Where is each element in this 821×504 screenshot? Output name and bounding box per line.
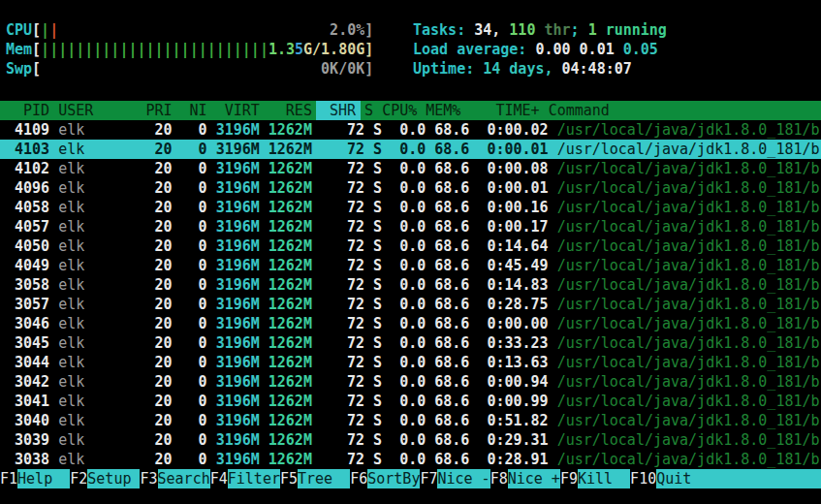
process-command: /usr/local/java/jdk1.8.0_181/b xyxy=(557,353,821,372)
fkey-number: F9 xyxy=(560,469,578,488)
fkey-item[interactable]: F10 Quit xyxy=(630,469,821,488)
swap-meter-bar-area: 0K/0K xyxy=(41,59,364,79)
running-count: 1 xyxy=(588,21,597,39)
cpu-meter-close-bracket: ] xyxy=(364,20,373,40)
process-nice: 0 xyxy=(181,275,207,295)
process-time: 0:00.00 xyxy=(478,314,548,333)
process-mem-percent: 68.6 xyxy=(434,120,469,140)
process-row[interactable]: 3041 elk 20 0 3196M 1262M 72 S 0.0 68.6 … xyxy=(0,392,821,411)
process-command: /usr/local/java/jdk1.8.0_181/b xyxy=(557,256,821,275)
process-nice: 0 xyxy=(181,236,207,256)
swap-meter-value: 0K/0K xyxy=(321,59,364,79)
process-user: elk xyxy=(58,256,137,275)
process-shr: 72 xyxy=(321,314,364,333)
column-header-user[interactable]: USER xyxy=(58,101,137,120)
column-header-pid[interactable]: PID xyxy=(6,101,49,120)
process-row[interactable]: 3039 elk 20 0 3196M 1262M 72 S 0.0 68.6 … xyxy=(0,430,821,450)
process-row[interactable]: 4050 elk 20 0 3196M 1262M 72 S 0.0 68.6 … xyxy=(0,236,821,256)
process-res: 1262M xyxy=(268,256,312,275)
process-user: elk xyxy=(58,411,137,430)
process-shr: 72 xyxy=(321,372,364,392)
process-row[interactable]: 3057 elk 20 0 3196M 1262M 72 S 0.0 68.6 … xyxy=(0,295,821,314)
process-row[interactable]: 4057 elk 20 0 3196M 1262M 72 S 0.0 68.6 … xyxy=(0,217,821,236)
column-header-pri[interactable]: PRI xyxy=(145,101,172,120)
fkey-item[interactable]: F9 Kill xyxy=(560,469,630,488)
process-command: /usr/local/java/jdk1.8.0_181/b xyxy=(557,236,821,256)
fkey-item[interactable]: F3 Search xyxy=(140,469,209,488)
process-user: elk xyxy=(58,236,137,256)
process-virt: 3196M xyxy=(216,178,260,198)
process-virt: 3196M xyxy=(216,353,260,372)
column-header-ni[interactable]: NI xyxy=(181,101,207,120)
process-command: /usr/local/java/jdk1.8.0_181/b xyxy=(557,314,821,333)
process-priority: 20 xyxy=(145,430,172,450)
process-virt: 3196M xyxy=(216,256,260,275)
process-priority: 20 xyxy=(145,372,172,392)
process-mem-percent: 68.6 xyxy=(434,236,469,256)
cpu-meter-open-bracket: [ xyxy=(32,20,41,40)
process-cpu-percent: 0.0 xyxy=(391,372,426,392)
process-row[interactable]: 3044 elk 20 0 3196M 1262M 72 S 0.0 68.6 … xyxy=(0,353,821,372)
column-header-res[interactable]: RES xyxy=(268,101,312,120)
process-row[interactable]: 3058 elk 20 0 3196M 1262M 72 S 0.0 68.6 … xyxy=(0,275,821,295)
load-one: 0.00 xyxy=(535,41,579,58)
threads-count: 110 xyxy=(509,21,535,39)
process-shr: 72 xyxy=(321,120,364,140)
process-row[interactable]: 3040 elk 20 0 3196M 1262M 72 S 0.0 68.6 … xyxy=(0,411,821,430)
column-header-shr-sort[interactable]: SHR xyxy=(316,101,360,120)
fkey-item[interactable]: F4 Filter xyxy=(210,469,280,488)
process-state: S xyxy=(373,275,382,295)
process-virt: 3196M xyxy=(216,159,260,178)
mem-meter-label: Mem xyxy=(6,40,32,59)
process-command: /usr/local/java/jdk1.8.0_181/b xyxy=(557,120,821,140)
process-nice: 0 xyxy=(181,295,207,314)
process-row[interactable]: 4096 elk 20 0 3196M 1262M 72 S 0.0 68.6 … xyxy=(0,178,821,198)
fkey-item[interactable]: F5 Tree xyxy=(280,469,350,488)
process-row[interactable]: 4049 elk 20 0 3196M 1262M 72 S 0.0 68.6 … xyxy=(0,256,821,275)
htop-terminal-screen: CPU[||2.0%] Mem[||||||||||||||||||||||||… xyxy=(0,0,821,504)
process-priority: 20 xyxy=(145,275,172,295)
process-time: 0:28.75 xyxy=(478,295,548,314)
fkey-number: F5 xyxy=(280,469,298,488)
fkey-item[interactable]: F6 SortBy xyxy=(350,469,420,488)
process-priority: 20 xyxy=(145,314,172,333)
process-cpu-percent: 0.0 xyxy=(391,353,426,372)
process-pid: 3046 xyxy=(6,314,49,333)
column-header-state[interactable]: S xyxy=(364,101,373,120)
process-time: 0:45.49 xyxy=(478,256,548,275)
process-row[interactable]: 4109 elk 20 0 3196M 1262M 72 S 0.0 68.6 … xyxy=(0,120,821,140)
process-row[interactable]: 4058 elk 20 0 3196M 1262M 72 S 0.0 68.6 … xyxy=(0,198,821,217)
running-label: running xyxy=(597,21,667,39)
column-header-command[interactable]: Command xyxy=(549,101,821,120)
fkey-label: Setup xyxy=(87,469,140,488)
column-header-virt[interactable]: VIRT xyxy=(216,101,260,120)
column-header-cpu[interactable]: CPU% xyxy=(382,101,417,120)
fkey-item[interactable]: F7 Nice - xyxy=(420,469,489,488)
process-row[interactable]: 4102 elk 20 0 3196M 1262M 72 S 0.0 68.6 … xyxy=(0,159,821,178)
process-priority: 20 xyxy=(145,178,172,198)
fkey-item[interactable]: F1 Help xyxy=(0,469,70,488)
process-mem-percent: 68.6 xyxy=(434,411,469,430)
process-row[interactable]: 3042 elk 20 0 3196M 1262M 72 S 0.0 68.6 … xyxy=(0,372,821,392)
process-pid: 3058 xyxy=(6,275,49,295)
column-header-mem[interactable]: MEM% xyxy=(426,101,460,120)
process-user: elk xyxy=(58,353,137,372)
process-time: 0:00.01 xyxy=(478,178,548,198)
column-header-time[interactable]: TIME+ xyxy=(469,101,539,120)
process-user: elk xyxy=(58,295,137,314)
process-row[interactable]: 4103 elk 20 0 3196M 1262M 72 S 0.0 68.6 … xyxy=(0,140,821,159)
cpu-bar-green: | xyxy=(41,21,49,39)
process-row[interactable]: 3038 elk 20 0 3196M 1262M 72 S 0.0 68.6 … xyxy=(0,450,821,469)
tasks-summary: Tasks: 34, 110 thr; 1 running xyxy=(413,20,667,40)
process-cpu-percent: 0.0 xyxy=(391,256,426,275)
process-mem-percent: 68.6 xyxy=(434,314,469,333)
process-res: 1262M xyxy=(268,275,312,295)
process-row[interactable]: 3046 elk 20 0 3196M 1262M 72 S 0.0 68.6 … xyxy=(0,314,821,333)
process-row[interactable]: 3045 elk 20 0 3196M 1262M 72 S 0.0 68.6 … xyxy=(0,333,821,353)
process-command: /usr/local/java/jdk1.8.0_181/b xyxy=(557,159,821,178)
process-virt: 3196M xyxy=(216,140,260,159)
process-cpu-percent: 0.0 xyxy=(391,314,426,333)
fkey-item[interactable]: F8 Nice + xyxy=(490,469,560,488)
process-res: 1262M xyxy=(268,295,312,314)
fkey-item[interactable]: F2 Setup xyxy=(70,469,140,488)
